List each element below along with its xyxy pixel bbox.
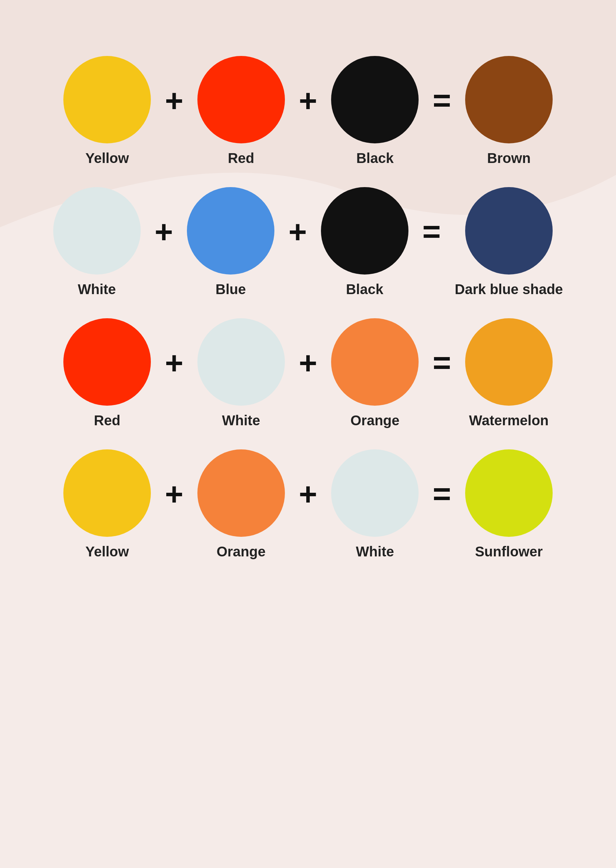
color-label: Sunflower [475, 544, 542, 559]
color-circle-blue [187, 187, 274, 274]
color-item-3-3: Orange [331, 318, 419, 428]
color-circle-red [63, 318, 151, 406]
color-circle-white [331, 450, 419, 537]
color-circle-black [331, 56, 419, 143]
plus-operator: + [155, 216, 173, 248]
color-item-1-4: Brown [465, 56, 553, 166]
plus-operator: + [165, 347, 184, 379]
color-circle-yellow [63, 56, 151, 143]
color-item-1-3: Black [331, 56, 419, 166]
color-item-2-1: White [53, 187, 141, 297]
color-label: Dark blue shade [455, 282, 563, 297]
color-circle-white [197, 318, 285, 406]
color-circle-white [53, 187, 141, 274]
color-item-3-1: Red [63, 318, 151, 428]
color-label: Orange [217, 544, 266, 559]
equals-operator: = [432, 83, 451, 119]
plus-operator: + [165, 85, 184, 116]
color-item-3-4: Watermelon [465, 318, 553, 428]
color-circle-watermelon [465, 318, 553, 406]
color-label: Yellow [85, 544, 129, 559]
color-circle-brown [465, 56, 553, 143]
color-item-4-2: Orange [197, 450, 285, 559]
color-item-1-2: Red [197, 56, 285, 166]
color-circle-sunflower [465, 450, 553, 537]
color-circle-orange [331, 318, 419, 406]
color-circle-red [197, 56, 285, 143]
color-label: Brown [487, 150, 531, 166]
color-label: Red [228, 150, 255, 166]
color-item-4-3: White [331, 450, 419, 559]
combination-row-3: Red+White+Orange=Watermelon [46, 318, 570, 428]
color-label: Watermelon [469, 413, 548, 428]
color-item-2-2: Blue [187, 187, 274, 297]
color-label: Yellow [85, 150, 129, 166]
color-label: Red [94, 413, 120, 428]
color-circle-orange [197, 450, 285, 537]
color-item-4-4: Sunflower [465, 450, 553, 559]
plus-operator: + [288, 216, 307, 248]
color-label: Orange [350, 413, 399, 428]
combination-row-1: Yellow+Red+Black=Brown [46, 56, 570, 166]
color-circle-dark-blue-shade [465, 187, 553, 274]
equals-operator: = [432, 345, 451, 381]
combination-row-2: White+Blue+Black=Dark blue shade [46, 187, 570, 297]
color-circle-yellow [63, 450, 151, 537]
color-item-1-1: Yellow [63, 56, 151, 166]
combination-row-4: Yellow+Orange+White=Sunflower [46, 450, 570, 559]
color-label: Black [346, 282, 383, 297]
plus-operator: + [299, 347, 317, 379]
color-label: Black [356, 150, 394, 166]
combinations-container: Yellow+Red+Black=BrownWhite+Blue+Black=D… [0, 56, 616, 588]
color-label: White [356, 544, 394, 559]
plus-operator: + [299, 478, 317, 510]
color-item-2-3: Black [321, 187, 409, 297]
color-label: White [78, 282, 116, 297]
color-item-4-1: Yellow [63, 450, 151, 559]
plus-operator: + [299, 85, 317, 116]
color-item-3-2: White [197, 318, 285, 428]
plus-operator: + [165, 478, 184, 510]
equals-operator: = [432, 476, 451, 512]
color-circle-black [321, 187, 409, 274]
color-label: Blue [215, 282, 246, 297]
equals-operator: = [423, 214, 441, 250]
color-item-2-4: Dark blue shade [455, 187, 563, 297]
color-label: White [222, 413, 260, 428]
